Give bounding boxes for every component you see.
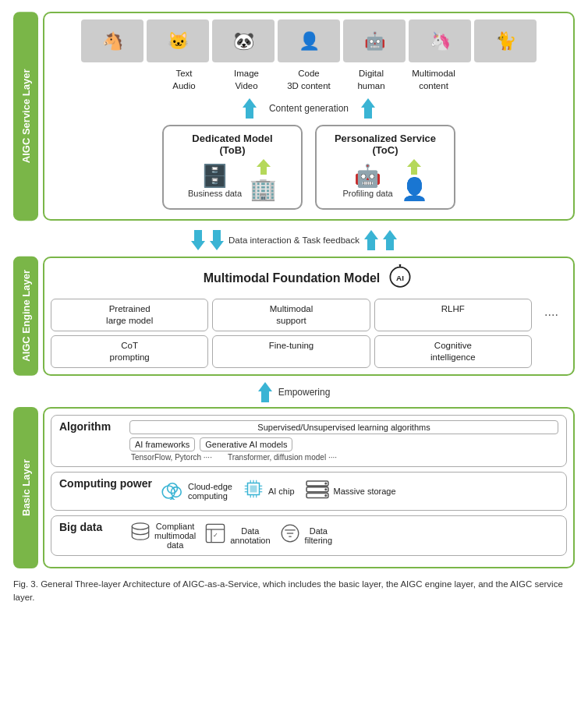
- di-arrow-up-2: [383, 230, 397, 250]
- label-code: Code 3D content: [278, 65, 340, 94]
- storage-item: Massive storage: [304, 478, 396, 504]
- annotation-item: ✓ Dataannotation: [204, 522, 270, 550]
- cloud-edge-label: Cloud-edgecomputing: [188, 482, 232, 501]
- annotation-label: Dataannotation: [230, 526, 270, 545]
- algo-supervised: Supervised/Unsupervised learning algorit…: [129, 420, 558, 434]
- service-boxes-row: Dedicated Model(ToB) 🗄️ Business data 🏢: [51, 122, 567, 213]
- data-interaction-label: Data interaction & Task feedback: [228, 235, 360, 245]
- di-arrow-down-2: [210, 230, 224, 250]
- business-data-label: Business data: [188, 189, 242, 198]
- ai-head-icon: AI: [386, 264, 414, 292]
- annotation-icon: ✓: [204, 522, 227, 550]
- engine-grid: Pretrainedlarge model Multimodalsupport …: [51, 299, 567, 368]
- arrow-up-left: [243, 98, 257, 119]
- filtering-label: Datafiltering: [305, 526, 332, 545]
- svg-point-3: [399, 264, 402, 266]
- image-whitecat: 🐈: [474, 19, 537, 62]
- svg-point-31: [324, 494, 327, 497]
- svg-text:✓: ✓: [213, 532, 218, 539]
- service-layer-content: 🐴 🐱 🐼 👤 🤖 🦄 🐈 Text Audio Image Video: [43, 12, 575, 221]
- service-images-row: 🐴 🐱 🐼 👤 🤖 🦄 🐈: [51, 19, 567, 62]
- service-layer: AIGC Service Layer 🐴 🐱 🐼 👤 🤖 🦄 🐈 Text Au…: [13, 12, 575, 221]
- image-cat: 🐱: [147, 19, 209, 62]
- service-labels-row: Text Audio Image Video Code 3D content D…: [51, 65, 567, 94]
- cloud-icon: [160, 478, 185, 504]
- arrow-up-right: [361, 98, 375, 119]
- svg-point-11: [171, 497, 173, 499]
- figure-caption: Fig. 3. General Three-layer Architecture…: [13, 578, 575, 605]
- basic-layer: Basic Layer Algorithm Supervised/Unsuper…: [13, 407, 575, 568]
- diagram-container: AIGC Service Layer 🐴 🐱 🐼 👤 🤖 🦄 🐈 Text Au…: [13, 12, 575, 604]
- person-icon: 👤: [401, 176, 428, 202]
- image-horse: 🐴: [81, 19, 143, 62]
- computing-title: Computing power: [59, 477, 152, 490]
- cell-dots-1: ····: [536, 299, 567, 331]
- algo-bot-row: TensorFlow, Pytorch ···· Transformer, di…: [129, 453, 558, 462]
- ai-chip-label: AI chip: [268, 487, 295, 496]
- cell-dots-2: [536, 335, 567, 368]
- label-image: Image Video: [215, 65, 278, 94]
- bigdata-section: Big data Compliantmultimodaldata: [51, 515, 567, 556]
- engine-layer: AIGC Engine Layer Multimodal Foundation …: [13, 257, 575, 376]
- green-arrow-tob: [257, 159, 271, 175]
- algo-tensorflow: TensorFlow, Pytorch ····: [131, 453, 212, 462]
- image-panda: 🐼: [212, 19, 275, 62]
- storage-icon: [304, 478, 331, 504]
- profiling-data-label: Profiling data: [342, 189, 392, 198]
- green-arrow-toc: [407, 159, 421, 175]
- basic-layer-label: Basic Layer: [13, 407, 38, 568]
- multimodal-data-item: Compliantmultimodaldata: [129, 521, 196, 550]
- label-digital-human: Digital human: [340, 65, 402, 94]
- cell-rlhf: RLHF: [374, 299, 532, 331]
- di-arrow-down-1: [191, 230, 205, 250]
- algo-frameworks: AI frameworks: [129, 437, 195, 451]
- ai-chip-item: AI chip: [242, 477, 295, 505]
- dedicated-model-title: Dedicated Model(ToB): [173, 133, 292, 156]
- database-icon: 🗄️: [188, 163, 242, 189]
- filtering-item: Datafiltering: [278, 522, 332, 550]
- personalized-service-title: Personalized Service(ToC): [326, 133, 445, 156]
- svg-text:AI: AI: [396, 274, 404, 282]
- empowering-arrow: [258, 382, 272, 402]
- bigdata-title: Big data: [59, 521, 122, 533]
- cell-finetuning: Fine-tuning: [212, 335, 370, 368]
- label-text: Text Audio: [153, 65, 215, 94]
- engine-title: Multimodal Foundation Model AI: [51, 264, 567, 292]
- data-interaction-section: Data interaction & Task feedback: [13, 227, 575, 253]
- computing-items-row: Cloud-edgecomputing: [160, 477, 558, 505]
- cell-cognitive: Cognitiveintelligence: [374, 335, 532, 368]
- computing-content: Cloud-edgecomputing: [160, 477, 558, 505]
- algo-mid-row: AI frameworks Generative AI models: [129, 437, 558, 451]
- filtering-icon: [278, 522, 302, 550]
- algorithm-content: Supervised/Unsupervised learning algorit…: [129, 420, 558, 462]
- building-icon: 🏢: [250, 176, 277, 202]
- empowering-section: Empowering: [13, 382, 575, 402]
- storage-label: Massive storage: [334, 487, 396, 496]
- basic-layer-content: Algorithm Supervised/Unsupervised learni…: [43, 407, 575, 568]
- service-layer-label: AIGC Service Layer: [13, 12, 38, 221]
- image-robot: 🤖: [343, 19, 406, 62]
- engine-layer-content: Multimodal Foundation Model AI Pretraine…: [43, 257, 575, 376]
- engine-layer-label: AIGC Engine Layer: [13, 257, 38, 376]
- empowering-label: Empowering: [278, 387, 331, 398]
- algorithm-title: Algorithm: [59, 420, 122, 433]
- bigdata-content: Compliantmultimodaldata ✓: [129, 521, 558, 550]
- algorithm-section: Algorithm Supervised/Unsupervised learni…: [51, 415, 567, 467]
- cell-cot: CoTprompting: [51, 335, 208, 368]
- personalized-service-box: Personalized Service(ToC) 🤖 Profiling da…: [315, 125, 455, 210]
- robot-icon: 🤖: [342, 163, 392, 189]
- computing-section: Computing power: [51, 472, 567, 511]
- chip-icon: [242, 477, 265, 505]
- multimodal-data-label: Compliantmultimodaldata: [154, 522, 196, 550]
- image-colorcat: 🦄: [409, 19, 471, 62]
- content-gen-row: Content generation: [51, 98, 567, 119]
- svg-point-30: [324, 488, 327, 490]
- svg-point-32: [132, 523, 148, 529]
- cloud-edge-item: Cloud-edgecomputing: [160, 478, 232, 504]
- svg-point-29: [324, 482, 327, 484]
- engine-title-text: Multimodal Foundation Model: [204, 271, 381, 285]
- label-multimodal: Multimodal content: [402, 65, 465, 94]
- dedicated-model-box: Dedicated Model(ToB) 🗄️ Business data 🏢: [162, 125, 303, 210]
- algo-transformer: Transformer, diffusion model ····: [228, 453, 337, 462]
- svg-rect-13: [250, 485, 257, 492]
